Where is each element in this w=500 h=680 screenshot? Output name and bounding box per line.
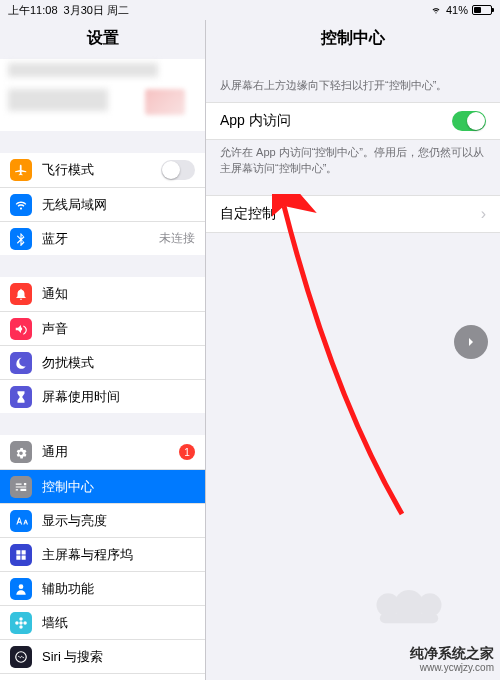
svg-point-0 <box>19 584 24 589</box>
row-customize-controls[interactable]: 自定控制 › <box>206 195 500 233</box>
aa-icon <box>10 510 32 532</box>
siri-icon <box>10 646 32 668</box>
sidebar-item-label: 墙纸 <box>42 614 195 632</box>
sidebar-title: 设置 <box>0 20 205 59</box>
svg-point-3 <box>19 625 23 629</box>
sidebar-item-label: 声音 <box>42 320 195 338</box>
row-app-access[interactable]: App 内访问 <box>206 102 500 140</box>
gear-icon <box>10 441 32 463</box>
sidebar-item-touchid[interactable]: 触控 ID 与密码 <box>0 673 205 680</box>
sidebar-item-controlcenter[interactable]: 控制中心 <box>0 469 205 503</box>
sidebar-item-accessibility[interactable]: 辅助功能 <box>0 571 205 605</box>
toggle-app-access[interactable] <box>452 111 486 131</box>
status-bar: 上午11:08 3月30日 周二 41% <box>0 0 500 20</box>
sidebar-item-label: 勿扰模式 <box>42 354 195 372</box>
row-app-access-label: App 内访问 <box>220 112 452 130</box>
sidebar-item-label: 飞行模式 <box>42 161 161 179</box>
watermark-text: 纯净系统之家 www.ycwjzy.com <box>410 645 494 674</box>
status-date: 3月30日 周二 <box>64 3 129 18</box>
sidebar-item-screentime[interactable]: 屏幕使用时间 <box>0 379 205 413</box>
sidebar-item-wifi[interactable]: 无线局域网 <box>0 187 205 221</box>
sidebar-item-label: Siri 与搜索 <box>42 648 195 666</box>
sidebar-item-detail: 未连接 <box>159 230 195 247</box>
svg-point-1 <box>19 621 23 625</box>
svg-point-2 <box>19 617 23 621</box>
sidebar-item-airplane[interactable]: 飞行模式 <box>0 153 205 187</box>
toggle-airplane[interactable] <box>161 160 195 180</box>
sidebar-item-label: 通知 <box>42 285 195 303</box>
speaker-icon <box>10 318 32 340</box>
detail-title: 控制中心 <box>206 20 500 59</box>
sliders-icon <box>10 476 32 498</box>
sidebar-item-display[interactable]: 显示与亮度 <box>0 503 205 537</box>
flower-icon <box>10 612 32 634</box>
detail-pane: 控制中心 从屏幕右上方边缘向下轻扫以打开“控制中心”。 App 内访问 允许在 … <box>205 20 500 680</box>
sidebar-item-bluetooth[interactable]: 蓝牙未连接 <box>0 221 205 255</box>
svg-point-5 <box>23 621 27 625</box>
sidebar-item-label: 主屏幕与程序坞 <box>42 546 195 564</box>
row-customize-label: 自定控制 <box>220 205 481 223</box>
sidebar-item-label: 蓝牙 <box>42 230 159 248</box>
sidebar-item-label: 屏幕使用时间 <box>42 388 195 406</box>
svg-point-11 <box>418 593 441 616</box>
wifi-icon <box>10 194 32 216</box>
watermark-logo-icon <box>364 580 454 634</box>
sidebar-item-label: 控制中心 <box>42 478 195 496</box>
person-icon <box>10 578 32 600</box>
sidebar-item-label: 辅助功能 <box>42 580 195 598</box>
hint-swipe: 从屏幕右上方边缘向下轻扫以打开“控制中心”。 <box>206 59 500 102</box>
grid-icon <box>10 544 32 566</box>
sidebar-item-general[interactable]: 通用1 <box>0 435 205 469</box>
airplane-icon <box>10 159 32 181</box>
sidebar-item-sounds[interactable]: 声音 <box>0 311 205 345</box>
svg-rect-12 <box>380 613 438 623</box>
svg-point-9 <box>377 593 400 616</box>
svg-point-10 <box>394 590 424 620</box>
sidebar-item-homescreen[interactable]: 主屏幕与程序坞 <box>0 537 205 571</box>
profile-header[interactable] <box>0 59 205 131</box>
battery-icon <box>472 5 492 15</box>
sidebar-item-wallpaper[interactable]: 墙纸 <box>0 605 205 639</box>
chevron-right-icon: › <box>481 205 486 223</box>
hint-app-access: 允许在 App 内访问“控制中心”。停用后，您仍然可以从主屏幕访问“控制中心”。 <box>206 140 500 185</box>
bell-icon <box>10 283 32 305</box>
badge: 1 <box>179 444 195 460</box>
svg-point-4 <box>15 621 18 625</box>
wifi-icon <box>430 6 442 15</box>
sidebar-item-siri[interactable]: Siri 与搜索 <box>0 639 205 673</box>
bluetooth-icon <box>10 228 32 250</box>
sidebar-item-label: 显示与亮度 <box>42 512 195 530</box>
sidebar-item-label: 通用 <box>42 443 179 461</box>
sidebar-item-notifications[interactable]: 通知 <box>0 277 205 311</box>
status-time: 上午11:08 <box>8 3 58 18</box>
settings-sidebar: 设置 飞行模式无线局域网蓝牙未连接通知声音勿扰模式屏幕使用时间通用1控制中心显示… <box>0 20 205 680</box>
sidebar-item-label: 无线局域网 <box>42 196 195 214</box>
battery-pct: 41% <box>446 4 468 16</box>
next-round-button[interactable] <box>454 325 488 359</box>
moon-icon <box>10 352 32 374</box>
sidebar-item-dnd[interactable]: 勿扰模式 <box>0 345 205 379</box>
hourglass-icon <box>10 386 32 408</box>
